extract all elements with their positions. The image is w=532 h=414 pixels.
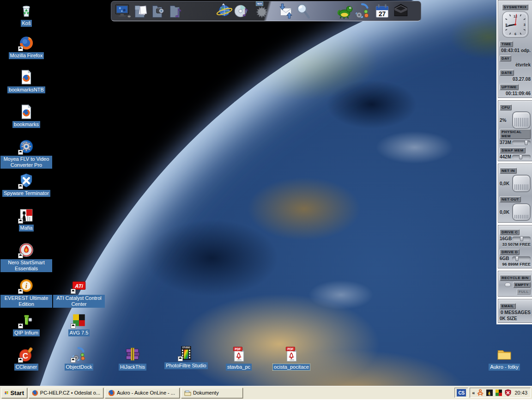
avg-tray-icon[interactable]	[495, 389, 502, 396]
taskbar-task-dokumenty[interactable]: Dokumenty	[181, 388, 243, 398]
flame-tray-icon[interactable]	[486, 389, 493, 396]
desktop-icon-nero-startsmart[interactable]: Nero StartSmart Essentials	[0, 242, 52, 272]
day-value: ètvrtek	[515, 62, 531, 67]
shortcut-arrow-icon	[71, 289, 76, 294]
taskbar-task-pchelp[interactable]: PC-HELP.CZ • Odeslat o...	[29, 388, 103, 398]
analog-clock: 12 3 6 9	[502, 11, 529, 38]
email-size: 0K SIZE	[500, 316, 517, 321]
desktop-icon-mafia[interactable]: Mafia	[0, 207, 52, 231]
icon-label: Nero StartSmart Essentials	[0, 259, 52, 272]
desktop-icon-avg[interactable]: AVG 7.5	[53, 312, 105, 336]
firefox-document-icon	[18, 104, 34, 120]
icon-label: PhotoFiltre Studio	[164, 362, 207, 369]
desktop-icon-aukro-fotky[interactable]: Aukro - fotky	[478, 347, 530, 371]
icon-label: bookmarksNTB	[7, 86, 45, 93]
recycle-led	[505, 283, 511, 287]
shortcut-arrow-icon	[18, 323, 23, 329]
desktop-icon-qip-infium[interactable]: QIP Infium	[0, 312, 52, 336]
desktop-icon-ccleaner[interactable]: C CCleaner	[0, 347, 52, 371]
icon-label: HiJackThis	[119, 364, 146, 371]
sysmetrix-network-panel: NET IN 0,0K NET OUT 0,0K	[498, 164, 532, 223]
desktop-icon-ati-ccc[interactable]: ATi ATI Catalyst Control Center	[53, 278, 105, 308]
dock-music-folder[interactable]: ♪	[167, 2, 184, 20]
cpu-value: 2%	[500, 118, 506, 123]
dock-documents-folder[interactable]	[132, 2, 149, 20]
desktop: ♪ ♪ N/A	[0, 0, 532, 399]
dock-internet[interactable]	[216, 2, 233, 20]
desktop-icon-recycle-bin[interactable]: Koš	[0, 3, 52, 27]
system-tray: CS «	[454, 388, 531, 398]
shield-tray-icon[interactable]	[504, 389, 512, 396]
drive-c-free: 33 507M FREE	[502, 242, 531, 247]
tray-clock[interactable]: 20:43	[514, 390, 528, 396]
cpu-graph	[512, 111, 531, 129]
tray-chevron-button[interactable]: «	[472, 390, 475, 396]
email-label: EMAIL	[500, 303, 516, 309]
wallpaper-earth	[9, 0, 532, 399]
desktop-icon-everest[interactable]: i EVEREST Ultimate Edition	[0, 278, 52, 308]
dock-music-player[interactable]: ♪	[233, 2, 251, 20]
language-indicator-cell: CS	[454, 388, 468, 398]
trash-icon	[18, 3, 34, 18]
adobe-glyph: Adobe	[289, 359, 294, 361]
start-button[interactable]: Start	[1, 388, 27, 398]
adobe-glyph: Adobe	[236, 359, 242, 361]
day-label: DAY	[500, 55, 511, 61]
globe-icon	[216, 2, 233, 20]
desktop-icon-photofiltre[interactable]: STUDIO PhotoFiltre Studio	[160, 345, 212, 369]
start-label: Start	[10, 390, 24, 396]
desktop-icon-mozilla-firefox[interactable]: Mozilla Firefox	[0, 35, 52, 59]
desktop-icon-spyware-terminator[interactable]: Spyware Terminator	[0, 173, 52, 197]
weather-na-badge: N/A	[256, 1, 263, 6]
desktop-icon-bookmarksntb[interactable]: bookmarksNTB	[0, 69, 52, 93]
folder-icon	[184, 390, 191, 396]
swap-mem-label: SWAP MEM	[500, 147, 526, 153]
icon-label: CCleaner	[14, 364, 38, 371]
qip-tray-icon[interactable]	[477, 389, 484, 396]
drive-d-label: DRIVE D	[500, 249, 520, 255]
task-title: PC-HELP.CZ • Odeslat o...	[40, 390, 100, 396]
icon-label: ATI Catalyst Control Center	[53, 295, 105, 308]
net-out-label: NET OUT	[500, 196, 521, 202]
task-title: Dokumenty	[193, 390, 219, 396]
objectdock-bar: ♪ ♪ N/A	[111, 1, 421, 21]
shortcut-arrow-icon	[71, 358, 76, 363]
date-value: 03.27.08	[513, 77, 531, 82]
pdf-icon: PDF Adobe	[231, 347, 247, 362]
swap-mem-gauge	[512, 155, 531, 159]
sysmetrix-drives-panel: DRIVE C 16GB 33 507M FREE DRIVE D 6GB 96…	[498, 225, 532, 268]
desktop-icon-ocista-pocitace[interactable]: PDF Adobe ocista_pocitace	[266, 347, 317, 371]
taskbar-task-aukro[interactable]: Aukro - Aukce OnLine - ...	[105, 388, 180, 398]
recycle-full-button[interactable]: FULL	[517, 289, 531, 295]
dock-my-computer[interactable]	[114, 2, 132, 20]
date-label: DATE	[500, 70, 514, 76]
email-messages: 0 MESSAGES	[501, 310, 531, 315]
dock-calendar[interactable]: 27	[373, 2, 391, 20]
dock-pictures-folder[interactable]	[149, 2, 167, 20]
sysmetrix-title: SYSMETRIX	[502, 4, 529, 10]
dock-gecko-app[interactable]	[336, 2, 354, 20]
dock-recycle-box[interactable]	[392, 2, 410, 20]
pdf-glyph: PDF	[288, 347, 294, 351]
firefox-icon	[108, 390, 115, 396]
desktop-icon-objectdock[interactable]: ObjectDock	[53, 347, 105, 371]
icon-label: Aukro - fotky	[489, 364, 520, 371]
dock-settings[interactable]	[354, 2, 371, 20]
dock-weather[interactable]: N/A	[253, 2, 271, 20]
monitor-icon	[114, 2, 132, 20]
dock-email[interactable]	[277, 2, 295, 20]
task-title: Aukro - Aukce OnLine - ...	[117, 390, 175, 396]
firefox-icon	[32, 390, 38, 396]
icon-label: Moyea FLV to Video Converter Pro	[0, 156, 52, 169]
desktop-icon-bookmarks[interactable]: bookmarks	[0, 104, 52, 128]
desktop-icon-moyea-flv-converter[interactable]: Moyea FLV to Video Converter Pro	[0, 139, 52, 169]
shortcut-arrow-icon	[71, 323, 76, 329]
language-indicator[interactable]: CS	[457, 389, 466, 396]
dock-search[interactable]	[295, 2, 312, 20]
magnifier-icon	[295, 2, 312, 20]
recycle-empty-button[interactable]: EMPTY	[513, 282, 531, 288]
desktop-icon-hijackthis[interactable]: HiJackThis	[107, 347, 158, 371]
shortcut-arrow-icon	[18, 184, 23, 189]
desktop-icon-stavba-pc[interactable]: PDF Adobe stavba_pc	[213, 347, 265, 371]
dock-settings-icon	[354, 2, 371, 20]
